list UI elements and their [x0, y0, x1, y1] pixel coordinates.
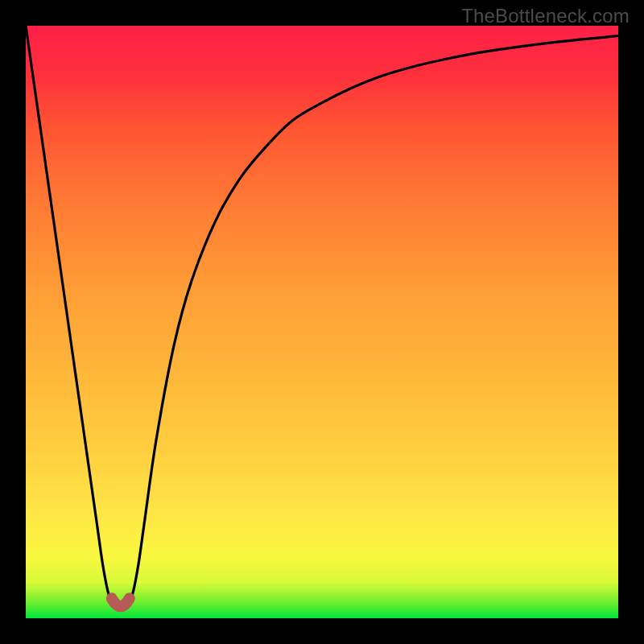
chart-frame: TheBottleneck.com — [0, 0, 644, 644]
bottleneck-curve — [26, 26, 618, 607]
chart-svg — [26, 26, 618, 618]
min-marker — [112, 598, 130, 606]
plot-area — [26, 26, 618, 618]
watermark-text: TheBottleneck.com — [461, 5, 630, 27]
